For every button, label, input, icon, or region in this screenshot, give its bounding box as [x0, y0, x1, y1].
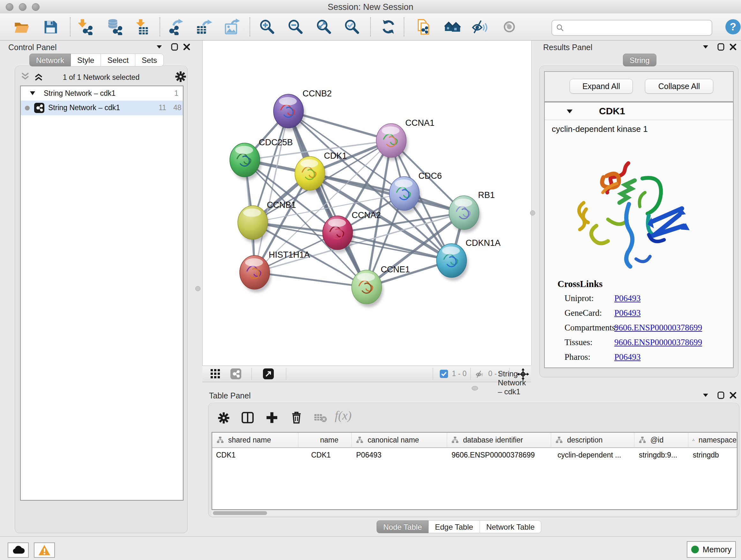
collapse-all-button[interactable]: Collapse All [645, 79, 713, 94]
import-table-icon[interactable] [133, 18, 151, 36]
column-header--id[interactable]: @id [634, 433, 688, 447]
net-toolbar-divider [252, 368, 252, 380]
network-edge[interactable] [255, 111, 288, 272]
detach-view-icon[interactable] [263, 368, 274, 381]
clone-network-icon[interactable] [415, 18, 433, 36]
horizontal-scrollbar[interactable] [212, 510, 736, 516]
table-cell[interactable]: cyclin-dependent ... [551, 448, 634, 462]
table-panel-body: f(x) shared namenamecanonical namedataba… [208, 403, 739, 517]
network-collection-row[interactable]: String Network – cdk1 1 [21, 86, 183, 101]
crosslink-value-link[interactable]: P06493 [614, 352, 641, 362]
refresh-layout-icon[interactable] [380, 18, 397, 36]
string-view-icon[interactable] [230, 368, 241, 381]
scrollbar-thumb[interactable] [213, 511, 267, 515]
network-options-gear-icon[interactable] [175, 71, 187, 84]
string-network-icon [34, 103, 44, 114]
zoom-selected-icon[interactable] [343, 18, 361, 36]
column-header-description[interactable]: description [551, 433, 634, 447]
tab-edge-table[interactable]: Edge Table [428, 520, 480, 533]
column-header-namespace[interactable]: namespace [688, 433, 737, 447]
collection-expand-icon[interactable] [30, 91, 36, 97]
show-eye-icon[interactable] [500, 18, 518, 36]
search-field[interactable] [551, 20, 712, 36]
network-canvas[interactable]: CCNB2CCNA1CDC25BCDK1CDC6RB1CCNB1CCNA2CDK… [202, 41, 532, 366]
import-network-file-icon[interactable] [77, 18, 94, 36]
table-gear-icon[interactable] [217, 412, 230, 426]
crosslink-value-link[interactable]: P06493 [614, 294, 641, 303]
table-cell[interactable]: stringdb [688, 448, 737, 462]
cloud-button[interactable] [8, 543, 29, 558]
table-row[interactable]: CDK1CDK1P064939606.ENSP00000378699cyclin… [212, 448, 737, 462]
hidden-eye-icon[interactable] [475, 370, 484, 380]
table-cell[interactable]: CDK1 [298, 448, 352, 462]
birds-eye-crosshair-icon[interactable] [517, 368, 529, 381]
network-node-CDC25B[interactable] [230, 143, 261, 180]
table-panel-maximize-icon[interactable] [716, 390, 726, 400]
network-node-RB1[interactable] [449, 196, 481, 233]
results-panel-close-icon[interactable] [728, 42, 738, 52]
selected-checkbox-icon[interactable] [440, 370, 448, 379]
tab-network-table[interactable]: Network Table [480, 520, 542, 533]
control-panel-close-icon[interactable] [181, 42, 192, 52]
network-edge[interactable] [288, 111, 367, 287]
control-panel-float-icon[interactable] [154, 42, 165, 52]
table-panel-float-icon[interactable] [700, 390, 711, 400]
tab-style[interactable]: Style [71, 54, 101, 66]
open-session-icon[interactable] [12, 18, 30, 36]
network-node-CDK1[interactable] [295, 157, 327, 193]
tab-network[interactable]: Network [29, 54, 71, 66]
import-network-database-icon[interactable] [106, 18, 124, 36]
crosslink-value-link[interactable]: 9606.ENSP00000378699 [614, 337, 702, 348]
table-cell[interactable]: P06493 [352, 448, 447, 462]
export-network-icon[interactable] [167, 18, 185, 36]
export-image-icon[interactable] [223, 18, 241, 36]
network-node-CCNA1[interactable] [376, 124, 408, 161]
tab-select[interactable]: Select [101, 54, 135, 66]
help-icon[interactable]: ? [724, 18, 741, 36]
network-row-selected[interactable]: String Network – cdk1 11 48 [21, 101, 183, 115]
table-panel-close-icon[interactable] [728, 390, 738, 400]
results-panel-maximize-icon[interactable] [716, 42, 726, 52]
add-column-icon[interactable] [265, 411, 279, 426]
show-columns-icon[interactable] [241, 411, 254, 426]
network-node-CDKN1A[interactable] [436, 244, 468, 281]
results-panel-float-icon[interactable] [700, 42, 711, 52]
crosslink-value-link[interactable]: 9606.ENSP00000378699 [614, 323, 702, 333]
right-splitter-handle[interactable] [530, 210, 535, 215]
warnings-button[interactable] [34, 543, 55, 558]
search-input[interactable] [567, 23, 709, 33]
protein-collapse-icon[interactable] [566, 109, 573, 115]
tab-sets[interactable]: Sets [135, 54, 164, 66]
string-network-graph[interactable]: CCNB2CCNA1CDC25BCDK1CDC6RB1CCNB1CCNA2CDK… [203, 41, 531, 366]
crosslink-value-link[interactable]: P06493 [614, 308, 641, 318]
network-node-CCNA2[interactable] [323, 216, 354, 253]
column-header-name[interactable]: name [298, 433, 352, 447]
left-splitter-handle[interactable] [195, 286, 200, 291]
table-cell[interactable]: 9606.ENSP00000378699 [447, 448, 551, 462]
delete-column-icon[interactable] [289, 410, 304, 426]
network-node-CCNB2[interactable] [273, 94, 305, 131]
column-header-shared-name[interactable]: shared name [212, 433, 298, 447]
zoom-out-icon[interactable] [286, 18, 305, 36]
grid-view-icon[interactable] [211, 369, 220, 380]
home-houses-icon[interactable] [444, 18, 461, 36]
table-cell[interactable]: stringdb:9... [634, 448, 688, 462]
column-header-canonical-name[interactable]: canonical name [352, 433, 447, 447]
zoom-fit-icon[interactable] [315, 18, 333, 36]
control-panel-maximize-icon[interactable] [169, 42, 180, 52]
node-table[interactable]: shared namenamecanonical namedatabase id… [212, 432, 738, 510]
tab-node-table[interactable]: Node Table [377, 520, 428, 533]
export-table-icon[interactable] [195, 18, 213, 36]
column-header-database-identifier[interactable]: database identifier [447, 433, 551, 447]
save-session-icon[interactable] [42, 18, 59, 36]
bottom-splitter-handle[interactable] [472, 386, 478, 390]
zoom-in-icon[interactable] [258, 18, 276, 36]
results-panel-tab[interactable]: String [623, 54, 657, 66]
memory-button[interactable]: Memory [687, 541, 736, 558]
network-node-CCNE1[interactable] [352, 270, 383, 307]
hide-panel-eye-icon[interactable] [471, 18, 488, 36]
table-cell[interactable]: CDK1 [212, 448, 298, 462]
expand-all-button[interactable]: Expand All [569, 79, 633, 94]
protein-card-header[interactable]: CDK1 [545, 103, 733, 120]
network-edge[interactable] [255, 272, 367, 287]
